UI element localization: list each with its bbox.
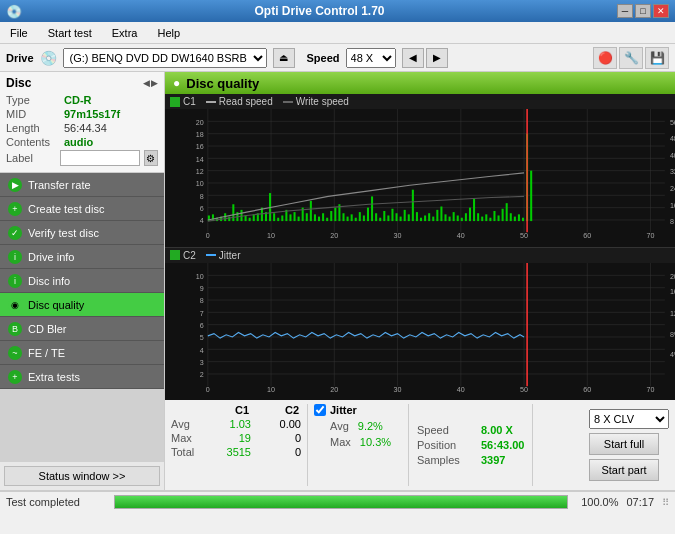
menu-start-test[interactable]: Start test xyxy=(42,25,98,41)
jitter-max: Max 10.3% xyxy=(314,436,402,448)
disc-info-label: Disc info xyxy=(28,275,70,287)
speed-arrow-controls: ◀ ▶ xyxy=(402,48,448,68)
eject-button[interactable]: ⏏ xyxy=(273,48,295,68)
disc-icon-button[interactable]: 🔴 xyxy=(593,47,617,69)
svg-rect-90 xyxy=(404,210,406,221)
avg-label: Avg xyxy=(171,418,201,430)
svg-text:4: 4 xyxy=(200,216,204,225)
sidebar-item-fe-te[interactable]: ~ FE / TE xyxy=(0,341,164,365)
disc-mid-value: 97m15s17f xyxy=(64,108,120,120)
maximize-button[interactable]: □ xyxy=(635,4,651,18)
svg-rect-68 xyxy=(314,214,316,221)
jitter-checkbox[interactable] xyxy=(314,404,326,416)
svg-rect-107 xyxy=(473,199,475,221)
fe-te-icon: ~ xyxy=(8,346,22,360)
start-full-button[interactable]: Start full xyxy=(589,433,659,455)
legend-c2: C2 xyxy=(170,250,196,261)
svg-text:20: 20 xyxy=(330,384,338,393)
speed-prev-button[interactable]: ◀ xyxy=(402,48,424,68)
disc-info-icon: i xyxy=(8,274,22,288)
sidebar-item-create-test-disc[interactable]: + Create test disc xyxy=(0,197,164,221)
sidebar-item-extra-tests[interactable]: + Extra tests xyxy=(0,365,164,389)
svg-text:9: 9 xyxy=(200,283,204,292)
disc-label-input[interactable] xyxy=(60,150,140,166)
sidebar-item-cd-bler[interactable]: B CD Bler xyxy=(0,317,164,341)
divider-3 xyxy=(532,404,533,486)
menu-help[interactable]: Help xyxy=(151,25,186,41)
legend-c1-box xyxy=(170,97,180,107)
sidebar-item-disc-quality[interactable]: ◉ Disc quality xyxy=(0,293,164,317)
svg-rect-67 xyxy=(310,201,312,221)
avg-c2-value: 0.00 xyxy=(255,418,301,430)
legend-read-speed: Read speed xyxy=(206,96,273,107)
svg-rect-118 xyxy=(518,214,520,221)
resize-grip[interactable]: ⠿ xyxy=(662,497,669,508)
drive-select[interactable]: (G:) BENQ DVD DD DW1640 BSRB xyxy=(63,48,267,68)
disc-nav-arrows: ◀ ▶ xyxy=(143,78,158,88)
disc-contents-value: audio xyxy=(64,136,93,148)
svg-text:60: 60 xyxy=(583,231,591,240)
svg-text:6: 6 xyxy=(200,320,204,329)
svg-rect-63 xyxy=(294,212,296,221)
total-c2-value: 0 xyxy=(255,446,301,458)
svg-text:7: 7 xyxy=(200,308,204,317)
chart-c1-svg: 20 18 16 14 12 10 8 6 4 56 X 48 X 40 X 3… xyxy=(165,109,675,244)
svg-rect-82 xyxy=(371,196,373,221)
svg-text:8: 8 xyxy=(200,296,204,305)
speed-next-button[interactable]: ▶ xyxy=(426,48,448,68)
svg-rect-93 xyxy=(416,212,418,221)
svg-rect-94 xyxy=(420,218,422,221)
disc-length-row: Length 56:44.34 xyxy=(6,122,158,134)
sidebar-item-verify-test-disc[interactable]: ✓ Verify test disc xyxy=(0,221,164,245)
speed-row-value: 8.00 X xyxy=(481,424,513,436)
disc-mid-label: MID xyxy=(6,108,64,120)
svg-text:3: 3 xyxy=(200,357,204,366)
minimize-button[interactable]: ─ xyxy=(617,4,633,18)
svg-rect-78 xyxy=(355,218,357,221)
svg-rect-81 xyxy=(367,208,369,221)
title-bar: 💿 Opti Drive Control 1.70 ─ □ ✕ xyxy=(0,0,675,22)
svg-text:8 X: 8 X xyxy=(670,217,675,226)
svg-rect-103 xyxy=(457,215,459,221)
svg-rect-92 xyxy=(412,190,414,221)
jitter-section: Jitter Avg 9.2% Max 10.3% xyxy=(308,400,408,490)
app-icon: 💿 xyxy=(6,4,22,19)
jitter-avg-value: 9.2% xyxy=(358,420,383,432)
status-window-button[interactable]: Status window >> xyxy=(4,466,160,486)
speed-select[interactable]: 48 X xyxy=(346,48,396,68)
samples-row: Samples 3397 xyxy=(417,454,524,466)
svg-rect-47 xyxy=(228,217,230,221)
legend-c2-label: C2 xyxy=(183,250,196,261)
speed-clv-select[interactable]: 8 X CLV xyxy=(589,409,669,429)
menu-extra[interactable]: Extra xyxy=(106,25,144,41)
sidebar-item-drive-info[interactable]: i Drive info xyxy=(0,245,164,269)
disc-contents-label: Contents xyxy=(6,136,64,148)
progress-percentage: 100.0% xyxy=(576,496,618,508)
sidebar-item-transfer-rate[interactable]: ▶ Transfer rate xyxy=(0,173,164,197)
samples-label: Samples xyxy=(417,454,475,466)
tools-icon-button[interactable]: 🔧 xyxy=(619,47,643,69)
svg-text:10: 10 xyxy=(196,179,204,188)
disc-type-label: Type xyxy=(6,94,64,106)
disc-prev-arrow[interactable]: ◀ xyxy=(143,78,150,88)
menu-file[interactable]: File xyxy=(4,25,34,41)
svg-rect-114 xyxy=(502,209,504,221)
svg-text:32 X: 32 X xyxy=(670,167,675,176)
start-part-button[interactable]: Start part xyxy=(589,459,659,481)
verify-test-disc-label: Verify test disc xyxy=(28,227,99,239)
svg-rect-105 xyxy=(465,213,467,221)
save-icon-button[interactable]: 💾 xyxy=(645,47,669,69)
svg-text:30: 30 xyxy=(394,231,402,240)
disc-quality-header: ● Disc quality xyxy=(165,72,675,94)
disc-next-arrow[interactable]: ▶ xyxy=(151,78,158,88)
svg-rect-64 xyxy=(298,217,300,221)
legend-write-box xyxy=(283,101,293,103)
svg-text:10: 10 xyxy=(267,231,275,240)
svg-text:16%: 16% xyxy=(670,287,675,296)
sidebar-item-disc-info[interactable]: i Disc info xyxy=(0,269,164,293)
jitter-max-value: 10.3% xyxy=(360,436,391,448)
label-gear-button[interactable]: ⚙ xyxy=(144,150,158,166)
close-button[interactable]: ✕ xyxy=(653,4,669,18)
svg-rect-72 xyxy=(330,211,332,221)
app-title: Opti Drive Control 1.70 xyxy=(22,4,617,18)
